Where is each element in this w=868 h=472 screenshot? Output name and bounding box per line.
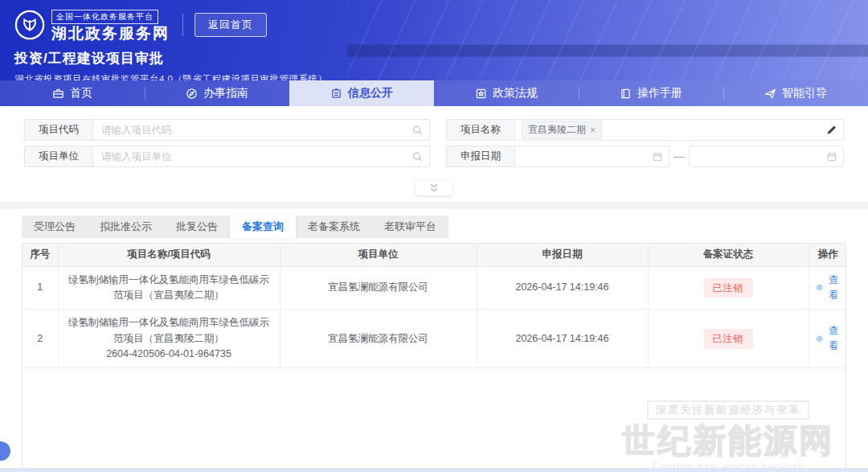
nav-tab-label: 政策法规: [493, 86, 538, 101]
compass-icon: [186, 88, 198, 100]
record-tabs: 受理公告 拟批准公示 批复公告 备案查询 老备案系统 老联审平台: [22, 215, 448, 238]
nav-tab-label: 智能引导: [782, 86, 827, 101]
main-nav: 首页 办事指南 信息公开 政策法规 操作手册: [0, 80, 868, 106]
col-status: 备案证状态: [648, 244, 809, 266]
status-badge: 已注销: [704, 278, 753, 298]
row-index: 2: [23, 310, 58, 368]
platform-label: 全国一体化政务服务平台: [51, 10, 158, 24]
calendar-icon: [653, 152, 662, 162]
search-icon: [412, 151, 423, 162]
row-unit: 宜昌氢澜能源有限公司: [280, 310, 477, 368]
back-home-button[interactable]: 返回首页: [194, 13, 267, 37]
declare-date-start-input[interactable]: [515, 146, 669, 166]
nav-tab-label: 首页: [70, 86, 92, 101]
row-unit: 宜昌氢澜能源有限公司: [280, 266, 477, 310]
nav-tab-info-disclosure[interactable]: 信息公开: [289, 80, 434, 106]
col-action: 操作: [809, 244, 846, 266]
page-subtitle: 湖北省投资项目在线审批监管平台4.0（暨省工程建设项目审批管理系统）: [0, 68, 868, 80]
table-row: 2 绿氢制储输用一体化及氢能商用车绿色低碳示范项目（宜昌夷陵二期） 2604-4…: [23, 310, 846, 368]
row-date: 2026-04-17 14:19:46: [477, 266, 648, 310]
eye-icon: [816, 334, 823, 344]
tab-approval-notice[interactable]: 批复公告: [164, 215, 230, 238]
section-divider: [0, 202, 868, 209]
nav-tab-label: 办事指南: [203, 86, 248, 101]
project-code-text: 2604-420506-04-01-964735: [65, 347, 273, 362]
policy-icon: [475, 88, 487, 100]
watermark-slogan: 深度关注新能源经济与变革: [647, 400, 809, 420]
calendar-icon: [827, 152, 837, 162]
project-name-label: 项目名称: [446, 119, 514, 141]
tab-proposed-approval[interactable]: 拟批准公示: [88, 215, 164, 238]
col-unit: 项目单位: [280, 244, 477, 266]
row-index: 1: [23, 266, 58, 310]
site-name: 湖北政务服务网: [51, 26, 170, 43]
col-index: 序号: [23, 244, 58, 266]
results-table: 序号 项目名称/项目代码 项目单位 申报日期 备案证状态 操作 1 绿氢制储输用…: [23, 244, 846, 368]
date-range-separator: —: [669, 150, 689, 162]
view-link-label: 查看: [826, 323, 841, 355]
clipboard-icon: [330, 88, 342, 100]
collapse-panel-toggle[interactable]: [416, 180, 452, 195]
search-panel: 项目代码 项目名称 宜昌夷陵二期 ×: [0, 106, 868, 209]
row-action: 查看: [809, 310, 846, 368]
declare-date-label: 申报日期: [446, 146, 514, 167]
tab-acceptance-notice[interactable]: 受理公告: [22, 215, 88, 238]
row-date: 2026-04-17 14:19:46: [477, 310, 648, 368]
page-title: 投资/工程建设项目审批: [0, 43, 868, 68]
project-code-input[interactable]: [93, 120, 429, 140]
tab-old-record-system[interactable]: 老备案系统: [296, 215, 372, 238]
nav-tab-policies[interactable]: 政策法规: [434, 80, 579, 106]
tag-text: 宜昌夷陵二期: [528, 123, 586, 137]
watermark: 深度关注新能源经济与变革 世纪新能源网 Century new energy n…: [622, 400, 834, 472]
row-status: 已注销: [648, 310, 809, 368]
tag-close-icon[interactable]: ×: [590, 125, 596, 135]
view-link[interactable]: 查看: [816, 323, 841, 355]
nav-tab-manual[interactable]: 操作手册: [579, 80, 723, 106]
status-badge: 已注销: [704, 329, 753, 349]
project-name-text: 绿氢制储输用一体化及氢能商用车绿色低碳示范项目（宜昌夷陵二期）: [65, 273, 273, 304]
tab-old-joint-review[interactable]: 老联审平台: [372, 215, 448, 238]
row-project-name: 绿氢制储输用一体化及氢能商用车绿色低碳示范项目（宜昌夷陵二期）: [58, 266, 280, 310]
header-divider: [182, 14, 183, 36]
nav-tab-guide[interactable]: 办事指南: [145, 80, 289, 106]
site-header: 全国一体化政务服务平台 湖北政务服务网 返回首页 投资/工程建设项目审批 湖北省…: [0, 0, 868, 80]
table-row: 1 绿氢制储输用一体化及氢能商用车绿色低碳示范项目（宜昌夷陵二期） 宜昌氢澜能源…: [23, 266, 846, 310]
tab-record-query[interactable]: 备案查询: [230, 215, 296, 238]
page: 全国一体化政务服务平台 湖北政务服务网 返回首页 投资/工程建设项目审批 湖北省…: [0, 0, 868, 472]
view-link[interactable]: 查看: [816, 273, 841, 304]
floating-widget[interactable]: [0, 441, 10, 461]
footer-strip: [0, 468, 868, 472]
nav-tab-label: 信息公开: [348, 86, 393, 101]
double-chevron-down-icon: [428, 183, 440, 193]
edit-pencil-icon[interactable]: [826, 125, 837, 135]
watermark-name: 世纪新能源网: [622, 423, 834, 459]
nav-tab-label: 操作手册: [637, 86, 682, 101]
project-unit-label: 项目单位: [24, 146, 92, 167]
col-date: 申报日期: [477, 244, 648, 266]
project-name-text: 绿氢制储输用一体化及氢能商用车绿色低碳示范项目（宜昌夷陵二期）: [65, 315, 273, 347]
row-action: 查看: [809, 266, 846, 310]
declare-date-end-input[interactable]: [690, 146, 843, 166]
table-header-row: 序号 项目名称/项目代码 项目单位 申报日期 备案证状态 操作: [23, 244, 846, 266]
paper-plane-icon: [764, 88, 776, 100]
nav-tab-home[interactable]: 首页: [0, 80, 145, 106]
manual-icon: [620, 88, 632, 100]
search-icon: [412, 125, 423, 135]
nav-tab-smart-guide[interactable]: 智能引导: [723, 80, 868, 106]
site-logo: 全国一体化政务服务平台 湖北政务服务网: [51, 8, 170, 43]
eye-icon: [816, 282, 823, 293]
col-name: 项目名称/项目代码: [58, 244, 280, 266]
gov-emblem-icon: [14, 10, 45, 40]
row-project-name: 绿氢制储输用一体化及氢能商用车绿色低碳示范项目（宜昌夷陵二期） 2604-420…: [58, 310, 280, 368]
row-status: 已注销: [648, 266, 809, 310]
home-icon: [52, 88, 64, 100]
project-code-label: 项目代码: [24, 119, 92, 141]
results-table-card: 序号 项目名称/项目代码 项目单位 申报日期 备案证状态 操作 1 绿氢制储输用…: [22, 243, 846, 472]
project-unit-input[interactable]: [93, 146, 429, 166]
view-link-label: 查看: [826, 273, 841, 304]
project-name-tag: 宜昌夷陵二期 ×: [522, 121, 602, 139]
